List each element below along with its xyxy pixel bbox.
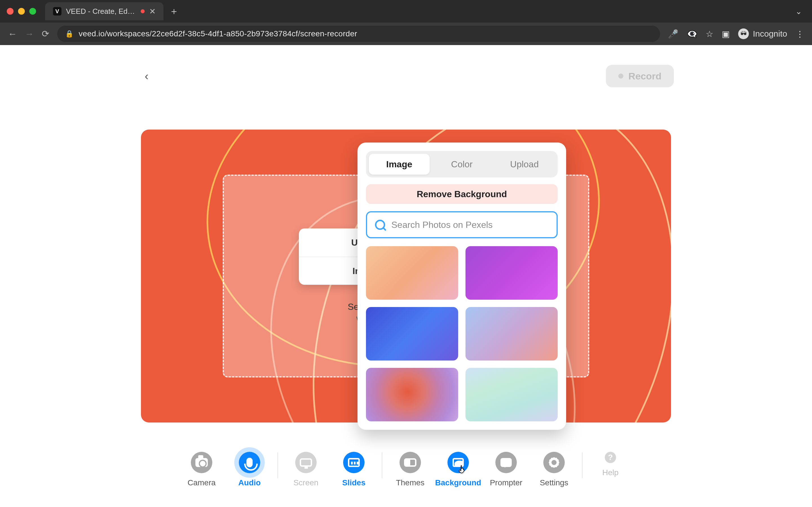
record-button-label: Record xyxy=(628,71,661,82)
url-text: veed.io/workspaces/22ce6d2f-38c5-4df1-a8… xyxy=(79,29,357,38)
tab-upload[interactable]: Upload xyxy=(494,154,555,175)
tracking-blocked-icon[interactable]: 👁️‍🗨️ xyxy=(687,29,697,39)
tabs-overflow-button[interactable]: ⌄ xyxy=(795,7,802,16)
tool-settings-label: Settings xyxy=(540,478,568,487)
pexels-search[interactable] xyxy=(366,211,558,238)
record-button[interactable]: Record xyxy=(606,65,674,87)
recorder-toolbar: Camera Audio Screen Slides xyxy=(177,452,635,487)
help-icon: ? xyxy=(605,452,616,463)
tab-color[interactable]: Color xyxy=(432,154,492,175)
tool-slides[interactable]: Slides xyxy=(330,452,378,487)
nav-reload-button[interactable]: ⟳ xyxy=(42,29,49,39)
window-maximize-button[interactable] xyxy=(29,8,36,15)
browser-toolbar: ← → ⟳ 🔒 veed.io/workspaces/22ce6d2f-38c5… xyxy=(0,22,812,45)
address-bar[interactable]: 🔒 veed.io/workspaces/22ce6d2f-38c5-4df1-… xyxy=(57,25,660,42)
background-preset[interactable] xyxy=(465,307,558,360)
bookmark-star-icon[interactable]: ☆ xyxy=(706,29,713,39)
mic-icon xyxy=(246,458,253,467)
tool-themes-label: Themes xyxy=(396,478,424,487)
window-minimize-button[interactable] xyxy=(18,8,25,15)
tool-background[interactable]: Background xyxy=(434,452,482,487)
background-preset[interactable] xyxy=(366,246,458,300)
toolbar-divider xyxy=(582,452,582,478)
tab-recording-indicator-icon xyxy=(141,9,145,13)
camera-icon xyxy=(195,458,208,467)
window-close-button[interactable] xyxy=(7,8,13,15)
voice-search-icon[interactable]: 🎤 xyxy=(668,29,678,39)
tool-audio-label: Audio xyxy=(238,478,260,487)
background-source-tabs: Image Color Upload xyxy=(366,151,558,177)
tool-background-label: Background xyxy=(435,478,481,487)
background-preset[interactable] xyxy=(366,368,458,421)
tool-help-label: Help xyxy=(602,468,619,477)
tool-camera[interactable]: Camera xyxy=(177,452,225,487)
tool-prompter-label: Prompter xyxy=(490,478,522,487)
tool-camera-label: Camera xyxy=(188,478,216,487)
incognito-icon: 🕶 xyxy=(738,29,749,39)
background-icon xyxy=(453,458,464,467)
tool-themes[interactable]: Themes xyxy=(386,452,434,487)
background-preset[interactable] xyxy=(465,368,558,421)
tab-favicon: V xyxy=(53,7,61,15)
window-traffic-lights xyxy=(7,8,36,15)
screen-icon xyxy=(300,458,312,467)
tab-close-button[interactable]: ✕ xyxy=(149,7,156,16)
tool-settings[interactable]: Settings xyxy=(530,452,578,487)
incognito-label: Incognito xyxy=(753,29,787,39)
nav-back-button[interactable]: ← xyxy=(8,29,17,39)
search-icon xyxy=(375,220,385,230)
browser-tab[interactable]: V VEED - Create, Edit & Shar… ✕ xyxy=(45,2,163,20)
background-presets-grid xyxy=(366,246,558,421)
browser-menu-button[interactable]: ⋮ xyxy=(796,29,804,39)
record-dot-icon xyxy=(618,73,623,78)
prompter-icon xyxy=(500,458,512,467)
slides-icon xyxy=(348,458,360,467)
tab-image[interactable]: Image xyxy=(369,154,430,175)
page-back-button[interactable]: ‹ xyxy=(138,68,155,84)
background-popover: Image Color Upload Remove Background xyxy=(357,143,566,430)
tool-slides-label: Slides xyxy=(342,478,365,487)
pexels-search-input[interactable] xyxy=(391,220,549,230)
tool-help[interactable]: ? Help xyxy=(587,452,635,477)
side-panel-icon[interactable]: ▣ xyxy=(722,29,730,39)
lock-icon: 🔒 xyxy=(65,30,73,38)
background-preset[interactable] xyxy=(465,246,558,300)
tool-screen[interactable]: Screen xyxy=(282,452,330,487)
themes-icon xyxy=(404,458,416,467)
tool-prompter[interactable]: Prompter xyxy=(482,452,530,487)
incognito-indicator[interactable]: 🕶 Incognito xyxy=(738,29,787,39)
nav-forward-button[interactable]: → xyxy=(25,29,34,39)
gear-icon xyxy=(549,457,559,468)
tool-audio[interactable]: Audio xyxy=(225,452,273,487)
background-preset[interactable] xyxy=(366,307,458,360)
new-tab-button[interactable]: ＋ xyxy=(169,5,179,18)
remove-background-button[interactable]: Remove Background xyxy=(366,184,558,204)
tab-title: VEED - Create, Edit & Shar… xyxy=(66,7,136,16)
window-titlebar: V VEED - Create, Edit & Shar… ✕ ＋ ⌄ xyxy=(0,0,812,22)
toolbar-divider xyxy=(382,452,382,478)
toolbar-divider xyxy=(277,452,278,478)
tool-screen-label: Screen xyxy=(294,478,319,487)
page-content: ‹ Record Upload Import Select on xyxy=(0,45,812,507)
